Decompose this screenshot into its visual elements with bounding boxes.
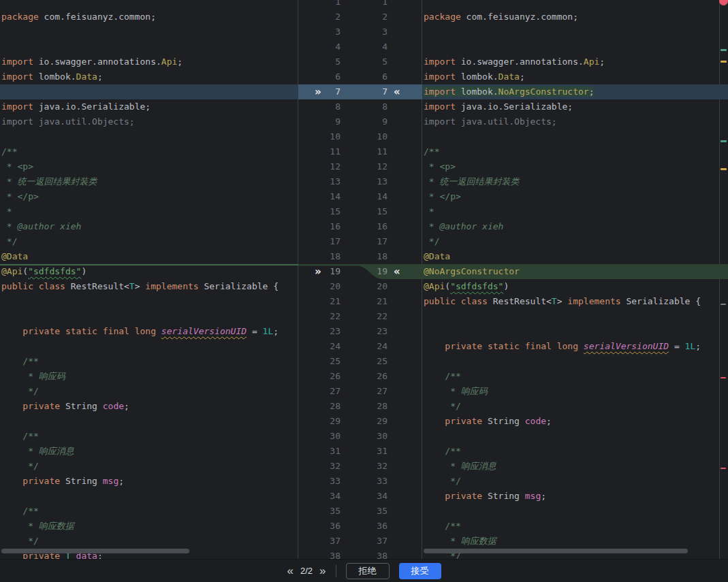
- error-stripe[interactable]: [719, 0, 728, 560]
- code-token: *: [1, 446, 39, 456]
- gutter-row: 1111: [298, 144, 422, 159]
- code-token: implements: [145, 281, 198, 291]
- gutter-row: 3838: [298, 549, 422, 560]
- code-token: com.feisuanyz.common;: [461, 12, 578, 22]
- code-token: * <p>: [424, 161, 456, 172]
- stripe-mark[interactable]: [721, 377, 726, 378]
- gutter-row: 2323: [298, 324, 422, 339]
- right-horizontal-scrollbar[interactable]: [424, 549, 688, 553]
- stripe-mark[interactable]: [721, 49, 727, 51]
- code-token: com.feisuanyz.common;: [39, 12, 156, 22]
- line-number: 36: [330, 519, 341, 534]
- line-number: 14: [377, 189, 387, 204]
- code-line: [422, 309, 719, 324]
- code-line: [422, 129, 719, 144]
- gutter-row: 2727: [298, 384, 422, 399]
- stripe-mark[interactable]: [721, 304, 726, 305]
- code-token: code: [525, 416, 546, 426]
- code-token: * <p>: [1, 161, 33, 172]
- line-number: 9: [382, 114, 387, 129]
- line-number: 15: [330, 204, 341, 219]
- gutter-row: 3737: [298, 534, 422, 549]
- code-line: */: [0, 234, 298, 249]
- code-line: [0, 39, 298, 54]
- code-token: @author xieh: [439, 221, 503, 231]
- stripe-mark[interactable]: [721, 168, 727, 170]
- code-token: /**: [424, 446, 461, 456]
- code-line: */: [0, 459, 298, 474]
- code-token: * </p>: [1, 191, 39, 201]
- line-number: 32: [330, 459, 341, 474]
- code-token: @Data: [1, 251, 28, 261]
- line-number: 34: [330, 489, 341, 504]
- code-token: long: [557, 341, 578, 351]
- code-line: /**: [422, 519, 719, 534]
- code-token: */: [1, 236, 17, 246]
- prev-change-button[interactable]: «: [287, 565, 293, 577]
- line-number: 4: [335, 39, 341, 54]
- stripe-mark[interactable]: [721, 61, 727, 63]
- code-token: import java.util.Objects;: [424, 116, 557, 127]
- code-token: import: [1, 101, 33, 112]
- code-token: ;: [589, 86, 595, 97]
- code-line: * 响应数据: [0, 519, 298, 534]
- code-token: Data: [498, 71, 520, 82]
- code-token: */: [1, 461, 39, 471]
- line-number: 25: [330, 354, 341, 369]
- code-line: private static final long serialVersionU…: [422, 339, 719, 354]
- gutter-row: 1919»«: [298, 264, 422, 279]
- stripe-mark[interactable]: [721, 468, 726, 469]
- code-token: @author xieh: [17, 221, 81, 231]
- code-token: [578, 341, 584, 351]
- code-line: [422, 25, 719, 39]
- code-line: import java.util.Objects;: [422, 114, 719, 129]
- accept-button[interactable]: 接受: [399, 563, 441, 579]
- code-line: [422, 429, 719, 444]
- code-token: [1, 326, 22, 336]
- code-line: [0, 0, 298, 10]
- gutter-row: 2020: [298, 279, 422, 294]
- gutter-row: 2424: [298, 339, 422, 354]
- change-overview-band[interactable]: [719, 84, 728, 99]
- change-overview-band[interactable]: [719, 264, 728, 279]
- line-number: 16: [330, 219, 341, 234]
- line-number: 2: [335, 10, 341, 25]
- line-number: 28: [377, 399, 387, 414]
- gutter-row: 1313: [298, 174, 422, 189]
- code-token: 统一返回结果封装类: [17, 176, 97, 187]
- gutter-row: 1010: [298, 129, 422, 144]
- revert-change-icon[interactable]: «: [394, 84, 400, 99]
- gutter-row: 1212: [298, 159, 422, 174]
- left-horizontal-scrollbar[interactable]: [1, 549, 189, 553]
- gutter-row: 1818: [298, 249, 422, 264]
- apply-change-icon[interactable]: »: [315, 84, 321, 99]
- line-number: 14: [330, 189, 341, 204]
- code-token: java.io.Serializable;: [33, 101, 151, 112]
- code-token: ;: [520, 71, 525, 82]
- code-token: [424, 341, 445, 351]
- code-token: Api: [584, 56, 599, 67]
- revert-change-icon[interactable]: «: [394, 264, 400, 279]
- code-token: ;: [124, 401, 129, 411]
- right-editor: package com.feisuanyz.common;import io.s…: [422, 0, 719, 560]
- code-line: [422, 354, 719, 369]
- apply-change-icon[interactable]: »: [315, 264, 321, 279]
- gutter-row: 2929: [298, 414, 422, 429]
- next-change-button[interactable]: »: [319, 565, 326, 577]
- code-token: "sdfdsfds": [28, 266, 81, 276]
- code-token: RestResult<: [65, 281, 129, 291]
- code-token: import: [1, 71, 33, 82]
- code-line: *: [422, 204, 719, 219]
- code-token: @Api: [1, 266, 22, 276]
- divider: [336, 565, 336, 577]
- gutter-row: 2626: [298, 369, 422, 384]
- reject-button[interactable]: 拒绝: [346, 563, 390, 579]
- code-line: /**: [0, 429, 298, 444]
- gutter-row: 1414: [298, 189, 422, 204]
- code-token: [482, 341, 488, 351]
- line-number: 30: [330, 429, 341, 444]
- stripe-mark[interactable]: [721, 140, 727, 142]
- code-token: *: [1, 206, 12, 216]
- code-line: * @author xieh: [0, 219, 298, 234]
- line-number: 11: [330, 144, 341, 159]
